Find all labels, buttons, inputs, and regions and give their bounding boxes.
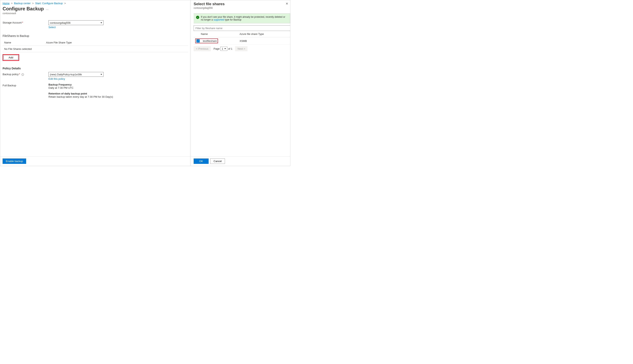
breadcrumb: Home > Backup center > Start: Configure … bbox=[3, 2, 188, 5]
storage-account-select[interactable]: contosorgdiag556 bbox=[49, 20, 104, 25]
breadcrumb-home[interactable]: Home bbox=[3, 2, 10, 5]
table-row: No File Shares selected bbox=[3, 46, 188, 52]
check-circle-icon: ✓ bbox=[196, 16, 199, 19]
fileshares-list-table: Name Azure file share Type ✓ testfilesha… bbox=[194, 31, 290, 45]
row-highlight: ✓ testfileshare bbox=[195, 38, 218, 43]
page-subtitle: contosovault bbox=[3, 12, 188, 15]
page-title: Configure Backup bbox=[3, 6, 44, 12]
col-name: Name bbox=[3, 40, 45, 46]
more-icon[interactable]: … bbox=[46, 7, 49, 10]
fileshare-type: XSMB bbox=[238, 37, 290, 45]
info-text-2: type for Backup bbox=[225, 18, 241, 21]
add-button-highlight: Add bbox=[3, 54, 19, 61]
storage-account-label: Storage Account* bbox=[3, 20, 49, 24]
retention-label: Retention of daily backup point bbox=[49, 92, 113, 95]
flyout-col-type: Azure file share Type bbox=[238, 31, 290, 37]
filter-input[interactable] bbox=[194, 25, 290, 31]
select-file-shares-panel: Select file shares contosorgdiag556 ✕ ✓ … bbox=[191, 0, 290, 166]
backup-policy-label: Backup policy* i bbox=[3, 72, 49, 76]
info-banner: ✓ If you don't see your file share, it m… bbox=[194, 13, 290, 23]
empty-message: No File Shares selected bbox=[3, 46, 188, 52]
fileshares-section-title: FileShares to Backup bbox=[3, 34, 188, 38]
enable-backup-button[interactable]: Enable backup bbox=[3, 158, 26, 164]
retention-value: Retain backup taken every day at 7:30 PM… bbox=[49, 95, 113, 98]
backup-policy-value: (new) DailyPolicy-kup1e38k bbox=[50, 73, 82, 76]
chevron-down-icon bbox=[101, 74, 102, 75]
flyout-col-name: Name bbox=[199, 31, 238, 37]
page-label: Page bbox=[214, 47, 220, 50]
fileshares-table: Name Azure File Share Type No File Share… bbox=[3, 40, 188, 52]
breadcrumb-backup-center[interactable]: Backup center bbox=[14, 2, 31, 5]
previous-button[interactable]: < Previous bbox=[194, 46, 211, 51]
flyout-subtitle: contosorgdiag556 bbox=[194, 6, 287, 9]
close-icon[interactable]: ✕ bbox=[286, 2, 288, 6]
full-backup-label: Full Backup bbox=[3, 83, 49, 87]
backup-policy-select[interactable]: (new) DailyPolicy-kup1e38k bbox=[49, 72, 104, 77]
edit-policy-link[interactable]: Edit this policy bbox=[49, 77, 104, 80]
cancel-button[interactable]: Cancel bbox=[210, 158, 225, 164]
flyout-footer: OK Cancel bbox=[191, 156, 290, 166]
chevron-down-icon bbox=[101, 22, 102, 23]
pagination: < Previous Page 1 of 1 Next > bbox=[194, 46, 290, 51]
info-icon[interactable]: i bbox=[22, 73, 24, 76]
fileshare-name: testfileshare bbox=[203, 40, 217, 42]
chevron-right-icon: > bbox=[64, 2, 66, 5]
checkbox[interactable]: ✓ bbox=[196, 39, 200, 42]
supported-link[interactable]: supported bbox=[213, 18, 224, 21]
page-select[interactable]: 1 bbox=[220, 47, 227, 51]
backup-frequency-value: Daily at 7:30 PM UTC bbox=[49, 86, 113, 89]
chevron-down-icon bbox=[224, 48, 226, 49]
storage-account-select-link[interactable]: Select bbox=[49, 26, 104, 29]
table-row[interactable]: ✓ testfileshare XSMB bbox=[194, 37, 290, 45]
storage-account-value: contosorgdiag556 bbox=[50, 21, 70, 24]
page-of: of 1 bbox=[228, 47, 233, 50]
backup-frequency-label: Backup Frequency bbox=[49, 83, 113, 86]
chevron-right-icon: > bbox=[32, 2, 34, 5]
col-type: Azure File Share Type bbox=[45, 40, 188, 46]
breadcrumb-start-configure[interactable]: Start: Configure Backup bbox=[35, 2, 63, 5]
add-button[interactable]: Add bbox=[4, 55, 18, 60]
ok-button[interactable]: OK bbox=[194, 158, 209, 164]
policy-section-title: Policy Details bbox=[3, 67, 188, 70]
chevron-right-icon: > bbox=[11, 2, 13, 5]
next-button[interactable]: Next > bbox=[235, 46, 248, 51]
main-footer: Enable backup bbox=[0, 156, 191, 166]
flyout-title: Select file shares bbox=[194, 2, 287, 6]
